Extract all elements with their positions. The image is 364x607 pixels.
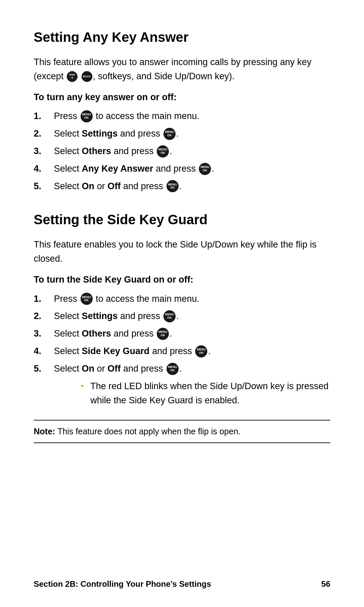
step-any-key-4: 4. Select Any Key Answer and press MENUO… bbox=[34, 162, 330, 176]
section-side-key-guard: Setting the Side Key Guard This feature … bbox=[34, 209, 330, 407]
footer: Section 2B: Controlling Your Phone’s Set… bbox=[34, 578, 330, 590]
sub-heading-side-key: To turn the Side Key Guard on or off: bbox=[34, 273, 330, 287]
steps-any-key: 1. Press MENUOK to access the main menu.… bbox=[34, 109, 330, 193]
step-any-key-3: 3. Select Others and press MENUOK. bbox=[34, 144, 330, 158]
menu-icon-2b: MENUOK bbox=[163, 310, 176, 322]
step-side-key-2: 2. Select Settings and press MENUOK. bbox=[34, 309, 330, 323]
bullet-list-side-key: The red LED blinks when the Side Up/Down… bbox=[54, 379, 330, 408]
menu-icon-4a: MENUOK bbox=[199, 163, 211, 175]
menu-icon-1a: MENUOK bbox=[81, 110, 93, 122]
menu-icon-4b: MENUOK bbox=[195, 345, 207, 357]
steps-side-key: 1. Press MENUOK to access the main menu.… bbox=[34, 292, 330, 408]
step-any-key-2: 2. Select Settings and press MENUOK. bbox=[34, 127, 330, 141]
note-bar: Note: This feature does not apply when t… bbox=[34, 420, 330, 443]
section-title-side-key-guard: Setting the Side Key Guard bbox=[34, 209, 330, 230]
menu-icon-1b: MENUOK bbox=[81, 293, 93, 305]
step-side-key-1: 1. Press MENUOK to access the main menu. bbox=[34, 292, 330, 306]
step-any-key-5: 5. Select On or Off and press MENUOK. bbox=[34, 179, 330, 194]
step-side-key-4: 4. Select Side Key Guard and press MENUO… bbox=[34, 344, 330, 358]
step-side-key-5: 5. Select On or Off and press MENUOK. Th… bbox=[34, 362, 330, 408]
footer-right: 56 bbox=[321, 578, 330, 590]
endo-icon: END/● bbox=[67, 71, 78, 82]
step-any-key-1: 1. Press MENUOK to access the main menu. bbox=[34, 109, 330, 123]
intro-any-key-answer: This feature allows you to answer incomi… bbox=[34, 55, 330, 84]
sub-heading-any-key: To turn any key answer on or off: bbox=[34, 90, 330, 104]
menu-icon-5a: MENUOK bbox=[166, 180, 179, 192]
menu-icon-2a: MENUOK bbox=[163, 128, 176, 140]
page-content: Setting Any Key Answer This feature allo… bbox=[0, 0, 364, 470]
menu-icon-3b: MENUOK bbox=[157, 328, 169, 340]
note-text: This feature does not apply when the fli… bbox=[55, 427, 241, 436]
section-any-key-answer: Setting Any Key Answer This feature allo… bbox=[34, 27, 330, 193]
menu-icon-3a: MENUOK bbox=[157, 145, 169, 157]
section-title-any-key-answer: Setting Any Key Answer bbox=[34, 27, 330, 47]
menu-icon-5b: MENUOK bbox=[166, 363, 179, 375]
footer-left: Section 2B: Controlling Your Phone’s Set… bbox=[34, 578, 211, 590]
note-label: Note: bbox=[34, 427, 55, 436]
back-icon: BACK bbox=[82, 71, 92, 82]
bullet-item-led: The red LED blinks when the Side Up/Down… bbox=[81, 379, 330, 408]
step-side-key-3: 3. Select Others and press MENUOK. bbox=[34, 327, 330, 341]
intro-side-key-guard: This feature enables you to lock the Sid… bbox=[34, 238, 330, 266]
